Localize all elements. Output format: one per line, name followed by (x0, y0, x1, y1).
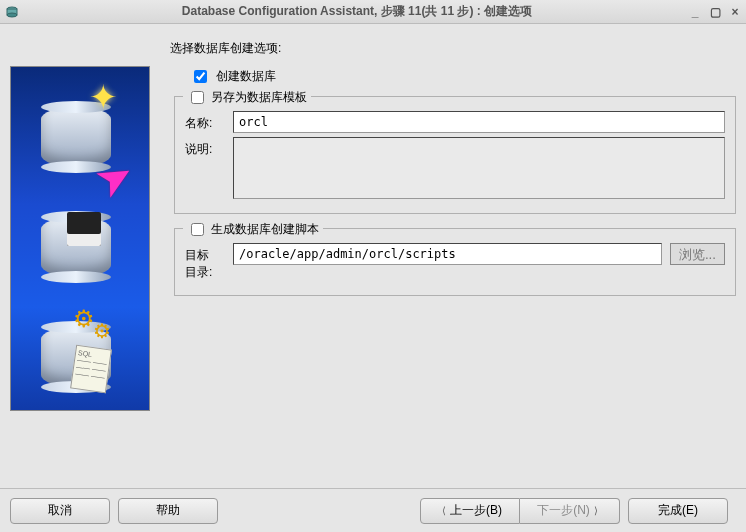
wizard-sidebar: ✦ ➤ ⚙ ⚙ SQL—— ———— ———— —— (10, 66, 150, 488)
gear-icon: ⚙ (73, 305, 95, 333)
script-icon: SQL—— ———— ———— —— (70, 345, 112, 394)
template-desc-textarea[interactable] (233, 137, 725, 199)
template-name-input[interactable] (233, 111, 725, 133)
wizard-graphic: ✦ ➤ ⚙ ⚙ SQL—— ———— ———— —— (10, 66, 150, 411)
finish-button[interactable]: 完成(E) (628, 498, 728, 524)
chevron-left-icon: ⟨ (442, 505, 446, 516)
floppy-icon (67, 212, 101, 246)
generate-scripts-legend: 生成数据库创建脚本 (211, 221, 319, 238)
save-as-template-checkbox[interactable] (191, 91, 204, 104)
titlebar: Database Configuration Assistant, 步骤 11(… (0, 0, 746, 24)
browse-button[interactable]: 浏览... (670, 243, 725, 265)
create-database-label: 创建数据库 (216, 68, 276, 85)
save-as-template-group: 另存为数据库模板 名称: 说明: (174, 96, 736, 214)
close-button[interactable]: × (728, 5, 742, 19)
generate-scripts-group: 生成数据库创建脚本 目标 目录: 浏览... (174, 228, 736, 296)
back-button[interactable]: ⟨上一步(B) (420, 498, 520, 524)
template-desc-label: 说明: (185, 137, 225, 158)
gear-icon: ⚙ (93, 319, 111, 343)
section-heading: 选择数据库创建选项: (170, 40, 736, 57)
window-title: Database Configuration Assistant, 步骤 11(… (26, 3, 688, 20)
footer: 取消 帮助 ⟨上一步(B) 下一步(N)⟩ 完成(E) (0, 488, 746, 532)
star-icon: ✦ (89, 77, 117, 117)
svg-point-2 (7, 13, 17, 17)
next-button[interactable]: 下一步(N)⟩ (520, 498, 620, 524)
content-area: ✦ ➤ ⚙ ⚙ SQL—— ———— ———— —— 选择数据库创建选项: 创建… (0, 24, 746, 488)
help-button[interactable]: 帮助 (118, 498, 218, 524)
chevron-right-icon: ⟩ (594, 505, 598, 516)
nav-back-next: ⟨上一步(B) 下一步(N)⟩ (420, 498, 620, 524)
scripts-dir-label: 目标 目录: (185, 243, 225, 281)
generate-scripts-checkbox[interactable] (191, 223, 204, 236)
main-panel: 选择数据库创建选项: 创建数据库 另存为数据库模板 名称: 说明: 生成数据库创… (170, 36, 736, 488)
template-name-label: 名称: (185, 111, 225, 132)
minimize-button[interactable]: _ (688, 5, 702, 19)
scripts-dir-input[interactable] (233, 243, 662, 265)
app-icon (4, 4, 20, 20)
create-database-checkbox[interactable] (194, 70, 207, 83)
maximize-button[interactable]: ▢ (708, 5, 722, 19)
cancel-button[interactable]: 取消 (10, 498, 110, 524)
save-as-template-legend: 另存为数据库模板 (211, 89, 307, 106)
